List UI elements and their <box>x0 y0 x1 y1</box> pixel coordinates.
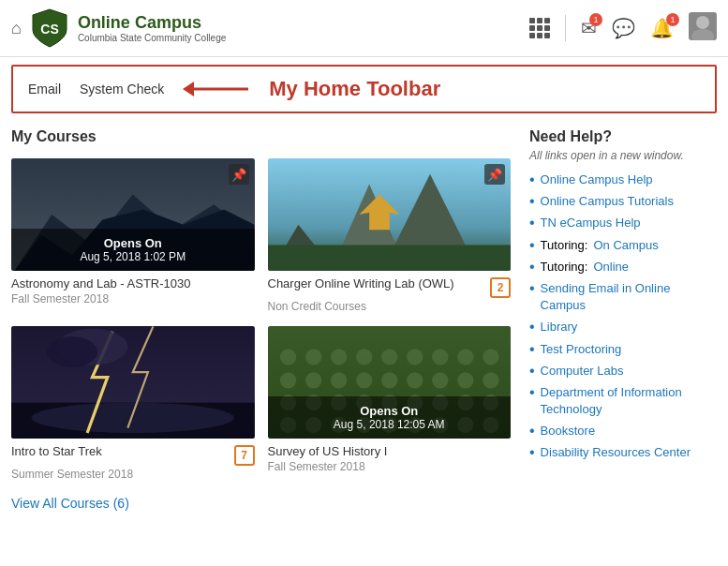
list-item: Bookstore <box>529 423 717 439</box>
pin-icon-1: 📌 <box>229 164 249 185</box>
help-subtitle: All links open in a new window. <box>529 149 717 162</box>
course-name-4[interactable]: Survey of US History I <box>268 444 512 458</box>
course-name-2[interactable]: Charger Online Writing Lab (OWL) <box>268 276 485 290</box>
course-card-startrek: Intro to Star Trek 7 Summer Semester 201… <box>11 326 255 481</box>
help-link-dept-it[interactable]: Department of Information Technology <box>541 384 717 418</box>
list-item: Computer Labs <box>529 363 717 380</box>
svg-point-19 <box>47 336 97 366</box>
svg-point-30 <box>279 372 295 388</box>
help-link-tutoring-online[interactable]: Online <box>593 259 629 276</box>
list-item: Disability Resources Center <box>529 444 717 461</box>
courses-title: My Courses <box>11 128 511 145</box>
svg-point-2 <box>696 16 709 29</box>
course-thumbnail-owl[interactable]: 📌 <box>268 158 512 271</box>
course-card-astr1030: 📌 Opens On Aug 5, 2018 1:02 PM Astronomy… <box>11 158 255 313</box>
svg-point-34 <box>381 372 397 388</box>
course-meta-1: Fall Semester 2018 <box>11 292 255 305</box>
course-name-row-4: Survey of US History I <box>268 444 512 458</box>
opens-on-date-4: Aug 5, 2018 12:05 AM <box>272 418 508 431</box>
svg-point-38 <box>483 372 498 388</box>
help-link-sending-email[interactable]: Sending Email in Online Campus <box>541 280 717 314</box>
help-link-test-proctoring[interactable]: Test Proctoring <box>541 341 622 358</box>
course-meta-4: Fall Semester 2018 <box>268 460 512 473</box>
course-name-row-1: Astronomy and Lab - ASTR-1030 <box>11 276 255 290</box>
email-icon[interactable]: ✉ 1 <box>581 17 597 39</box>
svg-point-29 <box>483 349 498 365</box>
opens-on-label-1: Opens On <box>15 236 251 250</box>
course-meta-3: Summer Semester 2018 <box>11 468 255 481</box>
logo-text: Online Campus Columbia State Community C… <box>78 13 226 44</box>
svg-point-26 <box>407 349 423 365</box>
chat-icon[interactable]: 💬 <box>612 17 635 39</box>
toolbar-arrow <box>183 76 258 102</box>
svg-text:CS: CS <box>40 22 58 37</box>
avatar-icon[interactable] <box>689 12 717 45</box>
help-title: Need Help? <box>529 128 717 145</box>
list-item: Tutoring: Online <box>529 259 717 276</box>
course-name-row-3: Intro to Star Trek 7 <box>11 444 255 466</box>
svg-point-25 <box>381 349 397 365</box>
main-content: My Courses <box>0 121 728 518</box>
pin-icon-2: 📌 <box>484 164 505 185</box>
svg-marker-5 <box>183 82 194 97</box>
courses-grid: 📌 Opens On Aug 5, 2018 1:02 PM Astronomy… <box>11 158 511 481</box>
home-icon[interactable]: ⌂ <box>11 19 22 38</box>
course-name-1[interactable]: Astronomy and Lab - ASTR-1030 <box>11 276 255 290</box>
help-link-online-campus-help[interactable]: Online Campus Help <box>541 171 653 188</box>
system-check-link[interactable]: System Check <box>80 82 164 97</box>
svg-point-27 <box>432 349 448 365</box>
course-overlay-4: Opens On Aug 5, 2018 12:05 AM <box>268 396 512 439</box>
list-item: Online Campus Tutorials <box>529 193 717 210</box>
course-thumbnail-ushistory[interactable]: Opens On Aug 5, 2018 12:05 AM <box>268 326 512 439</box>
home-toolbar: Email System Check My Home Toolbar <box>11 65 717 113</box>
list-item: Department of Information Technology <box>529 384 717 418</box>
course-name-row-2: Charger Online Writing Lab (OWL) 2 <box>268 276 512 298</box>
email-toolbar-link[interactable]: Email <box>28 82 61 97</box>
bell-icon[interactable]: 🔔 1 <box>650 17 674 39</box>
help-link-library[interactable]: Library <box>541 319 578 335</box>
course-name-3[interactable]: Intro to Star Trek <box>11 444 229 458</box>
svg-point-37 <box>457 372 473 388</box>
svg-point-24 <box>356 349 372 365</box>
help-link-tutoring-oncampus[interactable]: On Campus <box>593 237 658 254</box>
tutoring-on-campus-text: Tutoring: <box>541 237 588 254</box>
bell-badge: 1 <box>666 13 679 26</box>
logo: CS Online Campus Columbia State Communit… <box>29 7 529 49</box>
view-all-courses-link[interactable]: View All Courses (6) <box>11 496 511 511</box>
svg-point-33 <box>356 372 372 388</box>
help-link-online-campus-tutorials[interactable]: Online Campus Tutorials <box>541 193 674 210</box>
opens-on-date-1: Aug 5, 2018 1:02 PM <box>15 250 251 263</box>
help-link-disability-resources[interactable]: Disability Resources Center <box>541 444 691 461</box>
logo-shield-icon: CS <box>29 7 70 49</box>
list-item: Test Proctoring <box>529 341 717 358</box>
list-item: TN eCampus Help <box>529 215 717 231</box>
course-thumbnail-startrek[interactable] <box>11 326 255 439</box>
svg-point-23 <box>331 349 347 365</box>
tutoring-online-text: Tutoring: <box>541 259 588 276</box>
courses-section: My Courses <box>11 128 511 511</box>
course-badge-startrek: 7 <box>234 445 255 466</box>
help-link-tn-ecampus[interactable]: TN eCampus Help <box>541 215 641 231</box>
logo-subtitle: Columbia State Community College <box>78 33 226 43</box>
header-icons: ✉ 1 💬 🔔 1 <box>529 12 717 45</box>
opens-on-label-4: Opens On <box>272 404 508 418</box>
list-item: Sending Email in Online Campus <box>529 280 717 314</box>
svg-point-36 <box>432 372 448 388</box>
svg-point-31 <box>305 372 321 388</box>
divider <box>565 15 566 41</box>
course-thumbnail-astr1030[interactable]: 📌 Opens On Aug 5, 2018 1:02 PM <box>11 158 255 271</box>
app-header: ⌂ CS Online Campus Columbia State Commun… <box>0 0 728 57</box>
course-card-owl: 📌 Charger Online Writing Lab (OWL) 2 Non… <box>268 158 512 313</box>
logo-title: Online Campus <box>78 13 226 34</box>
grid-icon[interactable] <box>529 18 550 38</box>
course-card-ushistory: Opens On Aug 5, 2018 12:05 AM Survey of … <box>268 326 512 481</box>
email-badge: 1 <box>589 13 602 26</box>
course-overlay-1: Opens On Aug 5, 2018 1:02 PM <box>11 229 255 271</box>
help-links-list: Online Campus Help Online Campus Tutoria… <box>529 171 717 462</box>
svg-point-21 <box>279 349 295 365</box>
toolbar-title: My Home Toolbar <box>269 77 440 101</box>
svg-point-28 <box>457 349 473 365</box>
help-link-computer-labs[interactable]: Computer Labs <box>541 363 624 380</box>
help-link-bookstore[interactable]: Bookstore <box>541 423 596 439</box>
svg-point-35 <box>407 372 423 388</box>
